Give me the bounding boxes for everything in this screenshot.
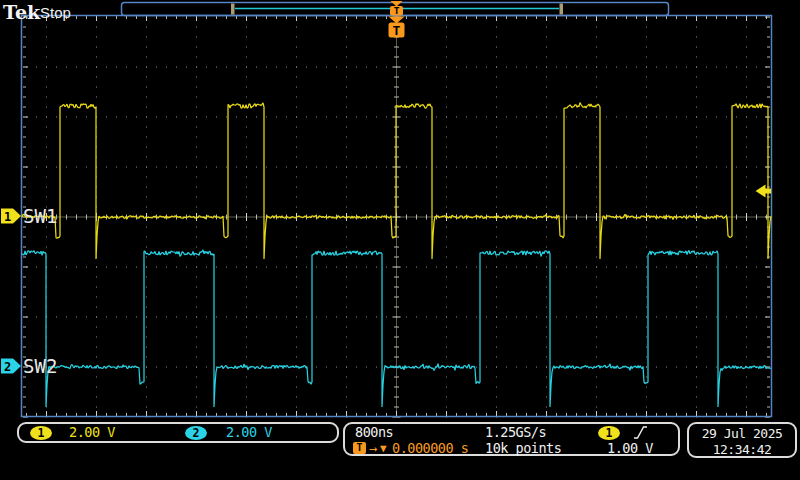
ch1-marker-number: 1 bbox=[4, 210, 11, 224]
ch2-waveform-label: SW2 bbox=[23, 355, 57, 377]
ch2-readout-badge: 2 bbox=[185, 426, 207, 440]
trigger-position-marker-icon[interactable]: T bbox=[389, 17, 405, 38]
rising-edge-icon bbox=[633, 425, 648, 440]
sample-rate-readout: 1.25GS/s bbox=[485, 425, 546, 440]
timebase-readout: 800ns bbox=[355, 425, 393, 440]
scope-display: T T 1 SW1 2 SW2 bbox=[0, 0, 800, 480]
horizontal-trigger-readout-box: 800ns 1.25GS/s 1 T → ▼ 0.000000 s 10k po… bbox=[343, 422, 680, 456]
trigger-marker-letter: T bbox=[394, 5, 400, 16]
ch1-scale-readout: 2.00 V bbox=[69, 425, 115, 440]
record-length-readout: 10k points bbox=[485, 441, 561, 456]
ch2-ground-marker[interactable]: 2 bbox=[1, 359, 21, 374]
trigger-arrow-icon: → bbox=[369, 441, 377, 456]
record-view: T bbox=[122, 1, 669, 16]
date-readout: 29 Jul 2025 bbox=[689, 426, 795, 442]
datetime-readout-box: 29 Jul 2025 12:34:42 bbox=[687, 422, 797, 458]
trigger-position-letter: T bbox=[393, 23, 401, 38]
oscilloscope-screen: Tek Stop T T 1 SW1 2 bbox=[0, 0, 800, 480]
ch2-scale-readout: 2.00 V bbox=[226, 425, 272, 440]
tek-logo: Tek bbox=[3, 1, 40, 23]
trigger-level-readout: 1.00 V bbox=[607, 441, 653, 456]
time-readout: 12:34:42 bbox=[689, 442, 795, 458]
trigger-level-arrow-icon[interactable] bbox=[756, 185, 772, 198]
ch1-trace bbox=[22, 103, 771, 259]
trigger-delay-readout: 0.000000 s bbox=[392, 441, 468, 456]
ch2-marker-number: 2 bbox=[4, 360, 11, 374]
trigger-source-badge: 1 bbox=[598, 426, 620, 440]
ch1-readout-badge: 1 bbox=[30, 426, 52, 440]
ch1-ground-marker[interactable]: 1 bbox=[1, 209, 21, 224]
record-view-right-bracket bbox=[560, 4, 564, 15]
ch1-waveform-label: SW1 bbox=[23, 205, 57, 227]
acquisition-status: Stop bbox=[40, 4, 71, 21]
record-view-left-bracket bbox=[231, 4, 235, 15]
trigger-delay-t-icon: T bbox=[353, 442, 366, 454]
trigger-level-marker-icon: ▼ bbox=[380, 441, 386, 456]
channel-scale-readout-box: 1 2.00 V 2 2.00 V bbox=[17, 422, 339, 443]
